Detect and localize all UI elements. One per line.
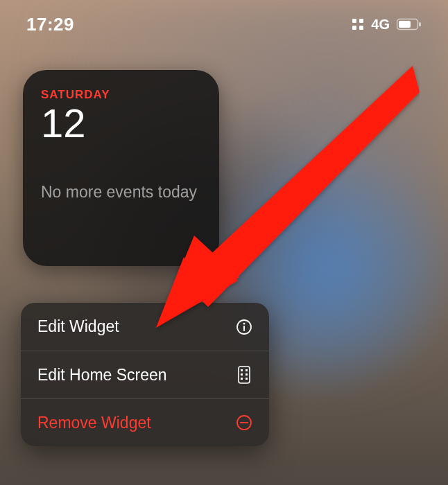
svg-rect-11 [241, 369, 243, 371]
info-icon [234, 319, 254, 335]
menu-item-remove-widget[interactable]: Remove Widget [21, 398, 269, 446]
blurred-home-screen-background: 17:29 4G SATURDAY 12 No [0, 0, 448, 485]
svg-rect-10 [239, 367, 250, 383]
status-indicators: 4G [352, 17, 422, 33]
svg-rect-12 [245, 369, 248, 371]
svg-point-8 [243, 322, 245, 324]
widget-context-menu: Edit Widget Edit Home Screen [21, 303, 269, 446]
calendar-day-label: SATURDAY [41, 88, 201, 102]
svg-rect-3 [359, 26, 363, 30]
svg-rect-16 [245, 378, 248, 380]
menu-item-label: Remove Widget [37, 414, 151, 432]
svg-rect-5 [399, 21, 411, 28]
menu-item-edit-home-screen[interactable]: Edit Home Screen [21, 351, 269, 398]
network-label: 4G [371, 17, 390, 33]
menu-item-label: Edit Home Screen [37, 366, 167, 385]
svg-rect-9 [243, 326, 245, 331]
status-time: 17:29 [26, 14, 74, 35]
svg-rect-13 [241, 373, 243, 376]
battery-icon [397, 18, 422, 30]
calendar-widget[interactable]: SATURDAY 12 No more events today [23, 70, 219, 266]
status-grid-icon [352, 18, 364, 30]
svg-rect-14 [245, 373, 248, 376]
status-bar: 17:29 4G [0, 0, 448, 48]
calendar-events-summary: No more events today [41, 182, 200, 203]
svg-rect-1 [359, 19, 363, 23]
remove-minus-circle-icon [234, 414, 254, 431]
home-screen-grid-icon [234, 366, 254, 384]
svg-rect-15 [241, 378, 243, 380]
svg-rect-6 [419, 22, 421, 26]
calendar-date-number: 12 [41, 103, 201, 143]
svg-rect-0 [352, 19, 356, 23]
menu-item-label: Edit Widget [37, 317, 119, 336]
svg-rect-18 [240, 422, 248, 423]
svg-rect-2 [352, 26, 356, 30]
menu-item-edit-widget[interactable]: Edit Widget [21, 303, 269, 351]
